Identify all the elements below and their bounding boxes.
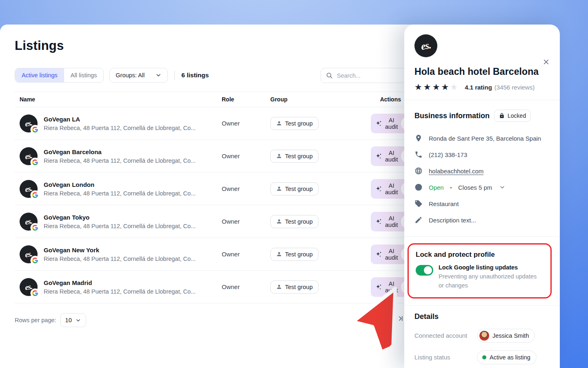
listing-avatar: es. — [20, 245, 38, 263]
business-item-text: Ronda de Sant Pere 35, Barcelona Spain — [429, 135, 541, 142]
listing-address: Riera Rebeca, 48 Puerta 112, Cornellá de… — [44, 256, 196, 262]
column-header-role: Role — [222, 96, 270, 103]
lock-section-heading: Lock and protect profile — [416, 251, 543, 259]
sparkle-icon — [375, 218, 382, 225]
separator-dot: • — [450, 184, 452, 191]
groups-filter-dropdown[interactable]: Groups: All — [109, 68, 168, 83]
business-info-item[interactable]: Description text... — [414, 212, 550, 228]
group-chip-label: Test group — [285, 284, 313, 290]
table-row[interactable]: es. GoVegan Tokyo Riera Rebeca, 48 Puert… — [15, 205, 406, 238]
person-icon — [276, 153, 282, 159]
prev-page-icon — [369, 315, 376, 322]
table-header: Name Role Group Actions — [15, 92, 406, 107]
person-icon — [276, 186, 282, 192]
table-row[interactable]: es. GoVegan New York Riera Rebeca, 48 Pu… — [15, 238, 406, 271]
business-item-text: (212) 338-173 — [429, 151, 467, 158]
business-info-item[interactable]: holabeachhotel.com — [414, 163, 550, 179]
ai-audit-label: AI audit — [385, 215, 398, 228]
listing-avatar: es. — [20, 114, 38, 132]
groups-filter-label: Groups: All — [116, 72, 145, 79]
listing-role: Owner — [222, 218, 270, 225]
close-button[interactable] — [540, 56, 552, 70]
table-row[interactable]: es. GoVegan Barcelona Riera Rebeca, 48 P… — [15, 140, 406, 173]
lock-icon — [499, 113, 505, 119]
tab-all-listings[interactable]: All listings — [64, 68, 103, 82]
listing-role: Owner — [222, 120, 270, 127]
business-info-item[interactable]: Ronda de Sant Pere 35, Barcelona Spain — [414, 130, 550, 146]
lock-toggle-label: Lock Google listing updates — [439, 264, 543, 271]
column-header-actions: Actions — [371, 96, 401, 103]
sparkle-icon — [375, 251, 382, 258]
prev-page-button[interactable] — [369, 315, 376, 323]
search-box — [321, 68, 406, 83]
person-icon — [276, 251, 282, 257]
business-info-item[interactable]: (212) 338-173 — [414, 146, 550, 163]
sparkle-icon — [375, 283, 382, 291]
listing-avatar: es. — [20, 278, 38, 296]
listing-status-value: Active as listing — [490, 354, 530, 361]
group-chip-label: Test group — [285, 120, 313, 127]
first-page-button[interactable] — [355, 315, 363, 323]
business-item-icon — [414, 200, 423, 208]
business-info-item[interactable]: Open • Closes 5 pm — [414, 179, 550, 195]
group-chip-label: Test group — [285, 153, 313, 159]
ai-audit-label: AI audit — [385, 182, 398, 195]
listing-name: GoVegan Barcelona — [44, 148, 196, 155]
table-row[interactable]: es. GoVegan London Riera Rebeca, 48 Puer… — [15, 173, 406, 205]
star-rating: ★★★★★ — [414, 83, 459, 92]
first-page-icon — [355, 315, 363, 322]
business-info-heading: Business information — [414, 112, 490, 120]
business-info-list: Ronda de Sant Pere 35, Barcelona Spain (… — [414, 130, 550, 228]
business-item-text: Description text... — [429, 217, 476, 224]
group-chip[interactable]: Test group — [270, 215, 318, 228]
tab-active-listings[interactable]: Active listings — [15, 68, 64, 82]
column-header-group: Group — [270, 96, 371, 103]
connected-account-chip[interactable]: Jessica Smith — [477, 329, 535, 343]
lock-updates-toggle[interactable] — [416, 265, 433, 276]
listing-name: GoVegan Tokyo — [44, 214, 196, 221]
listing-address: Riera Rebeca, 48 Puerta 112, Cornellá de… — [44, 157, 196, 164]
business-item-icon — [414, 216, 423, 224]
group-chip[interactable]: Test group — [270, 117, 318, 130]
business-item-text: holabeachhotel.com — [429, 168, 483, 175]
star-icon: ★ — [423, 82, 432, 92]
table-row[interactable]: es. GoVegan LA Riera Rebeca, 48 Puerta 1… — [15, 107, 406, 140]
person-icon — [276, 120, 282, 126]
group-chip[interactable]: Test group — [270, 150, 318, 163]
next-page-button[interactable] — [383, 315, 390, 323]
business-title: Hola beach hotel Barcelona — [414, 66, 550, 77]
listing-name: GoVegan LA — [44, 116, 196, 123]
chevron-down-icon — [75, 317, 81, 323]
search-input[interactable] — [337, 72, 390, 79]
close-icon — [542, 58, 550, 66]
group-chip-label: Test group — [285, 218, 313, 225]
business-item-text: Restaurant — [429, 200, 459, 207]
listing-role: Owner — [222, 283, 270, 290]
connected-account-label: Connected account — [414, 332, 477, 339]
listing-role: Owner — [222, 251, 270, 258]
toolbar: Active listings All listings Groups: All… — [15, 68, 406, 83]
details-section: Details Connected account Jessica Smith … — [404, 305, 560, 368]
star-icon: ★ — [450, 82, 459, 92]
last-page-button[interactable] — [397, 315, 404, 323]
rows-per-page-select[interactable]: 10 — [60, 313, 86, 327]
group-chip[interactable]: Test group — [270, 248, 318, 261]
locked-badge-label: Locked — [508, 112, 526, 119]
pager-controls — [355, 315, 404, 323]
table-row[interactable]: es. GoVegan Madrid Riera Rebeca, 48 Puer… — [15, 271, 406, 303]
toolbar-divider — [174, 71, 175, 80]
google-badge-icon — [31, 158, 39, 166]
listing-status-badge: Active as listing — [477, 350, 537, 364]
star-icon: ★ — [432, 82, 441, 92]
business-info-item[interactable]: Restaurant — [414, 195, 550, 212]
ai-audit-label: AI audit — [385, 150, 398, 163]
business-item-icon — [414, 150, 423, 159]
group-chip[interactable]: Test group — [270, 182, 318, 195]
chevron-down-icon — [499, 184, 506, 191]
rating-value: 4.1 rating — [465, 84, 492, 91]
group-chip-label: Test group — [285, 186, 313, 192]
pagination-bar: Rows per page: 10 — [15, 312, 406, 328]
business-item-icon — [414, 183, 423, 191]
group-chip[interactable]: Test group — [270, 280, 318, 294]
ai-audit-label: AI audit — [385, 248, 398, 261]
